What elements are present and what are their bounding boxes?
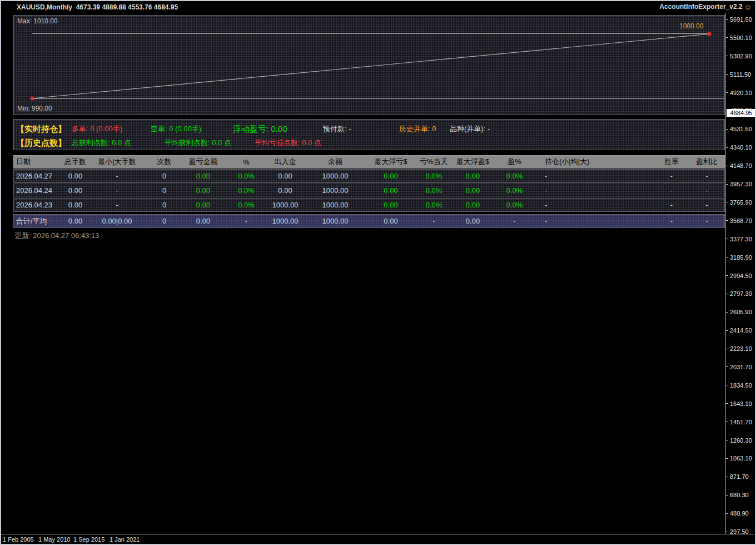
price-tick-mark [726,458,728,459]
table-header-cell: % [224,158,268,166]
price-tick-mark [726,495,728,496]
price-tick-mark [726,166,728,166]
price-tick: 1643.10 [726,400,752,407]
table-cell: 0.00 [63,217,88,225]
price-tick-mark [726,477,728,477]
table-cell: 1000.00 [268,201,302,209]
table-cell: 0.0% [224,186,268,195]
price-tick-label: 2797.30 [730,290,752,297]
table-cell: 0.0% [413,172,455,180]
time-axis[interactable]: 1 Feb 20051 May 20101 Sep 20151 Jan 2021 [1,534,756,545]
price-tick-mark [726,220,728,221]
price-tick-mark [726,239,728,239]
price-tick-mark [726,275,728,276]
time-tick-label: 1 Sep 2015 [73,536,105,543]
table-cell: - [655,201,688,209]
balance-line-chart [14,16,724,115]
chart-title-bar: XAUUSD,Monthly 4673.39 4889.88 4553.76 4… [1,1,755,13]
chart-min-label: Min: 990.00 [17,105,52,112]
price-tick-mark [726,532,728,532]
price-tick: 2605.90 [726,309,752,316]
table-row: 2026.04.230.00-00.000.0%1000.001000.000.… [13,198,725,212]
price-tick-mark [726,385,728,385]
table-cell: 0.00 [369,186,413,195]
table-cell: - [655,172,688,180]
price-tick-mark [726,202,728,202]
mt4-chart-window: XAUUSD,Monthly 4673.39 4889.88 4553.76 4… [0,0,756,545]
price-tick-mark [726,184,728,185]
chart-max-label: Max: 1010.00 [17,17,58,25]
table-cell: 0.0% [413,186,455,195]
balance-chart-panel[interactable]: Max: 1010.00 Min: 990.00 1000.00 [13,15,725,115]
margin-value: 预付款: - [323,124,351,134]
realtime-positions-title: 【实时持仓】 [16,124,66,135]
time-tick-label: 1 Feb 2005 [3,536,34,543]
price-tick-label: 1063.10 [730,455,752,462]
table-header-cell: 亏%当天 [413,157,455,167]
price-tick: 5302.90 [726,52,752,60]
price-tick: 3957.30 [726,181,752,188]
table-cell: 0.0% [224,172,268,180]
table-cell: - [491,217,538,225]
price-tick: 5111.50 [726,71,751,78]
symbol-ohlc-label: XAUUSD,Monthly 4673.39 4889.88 4553.76 4… [17,3,178,11]
table-cell: 1000.00 [268,217,302,225]
price-tick: 1063.10 [726,455,752,462]
price-tick-label: 680.30 [730,492,749,498]
table-cell: 0.00 [455,186,491,195]
table-header-cell: 最大浮亏$ [369,157,413,167]
price-tick-label: 2605.90 [730,309,752,315]
table-cell: 0.00 [369,172,413,180]
table-header-cell: 持仓(小|均|大) [538,157,655,167]
balance-start-dot [31,97,34,101]
position-info-panel: 【实时持仓】多单: 0 (0.00手)空单: 0 (0.00手)浮动盈亏: 0.… [13,119,725,150]
price-tick: 1260.30 [726,437,752,444]
price-tick-mark [726,92,728,93]
table-cell: - [88,201,146,209]
avg-profit-points-value: 平均获利点数: 0.0 点 [165,138,231,148]
table-cell: 0 [146,186,182,195]
price-tick-mark [726,366,728,367]
history-merged-orders-value: 历史并单: 0 [399,124,436,134]
table-cell: 0.00 [268,186,302,195]
table-header-cell: 日期 [14,157,63,167]
price-axis[interactable]: 5691.505500.105302.905111.504920.104728.… [726,1,756,534]
price-tick: 2994.50 [726,272,752,279]
table-cell: - [688,201,725,209]
price-tick-label: 4531.50 [730,126,752,132]
price-tick: 1451.70 [726,418,752,425]
table-cell: 1000.00 [302,186,369,195]
avg-loss-points-value: 平均亏损点数: 0.0 点 [255,138,321,148]
table-header-cell: 次数 [146,157,182,167]
table-header-cell: 出入金 [268,157,302,167]
price-tick-label: 2031.70 [730,364,752,370]
price-tick: 4148.70 [726,162,752,170]
stats-table-header: 日期总手数最小|大手数次数盈亏金额%出入金余额最大浮亏$亏%当天最大浮盈$盈%持… [13,155,725,169]
table-header-cell: 最大浮盈$ [455,157,491,167]
table-cell: 0.0% [413,201,455,209]
price-tick-mark [726,440,728,440]
table-cell: 0.00 [369,217,413,225]
history-points-title: 【历史点数】 [16,138,66,148]
table-cell: - [538,172,655,180]
table-cell: 0.00 [182,172,224,180]
price-tick-label: 1834.50 [730,382,752,389]
table-cell: - [538,186,655,195]
price-tick-label: 2994.50 [730,272,752,279]
price-tick-mark [726,513,728,514]
price-tick: 3568.70 [726,217,752,224]
table-cell: - [224,217,268,225]
table-cell: - [688,217,725,225]
short-orders-value: 空单: 0 (0.00手) [151,124,201,134]
table-cell: - [538,201,655,209]
table-header-cell: 最小|大手数 [88,157,146,167]
table-cell: 0.00 [369,201,413,209]
long-orders-value: 多单: 0 (0.00手) [72,124,122,134]
price-tick-mark [726,74,728,75]
price-tick-mark [726,422,728,422]
table-cell: 0 [146,201,182,209]
price-tick-label: 4340.10 [730,144,752,151]
table-cell: 0 [146,217,182,225]
price-tick: 2414.50 [726,327,752,334]
price-tick-label: 3377.30 [730,236,752,242]
